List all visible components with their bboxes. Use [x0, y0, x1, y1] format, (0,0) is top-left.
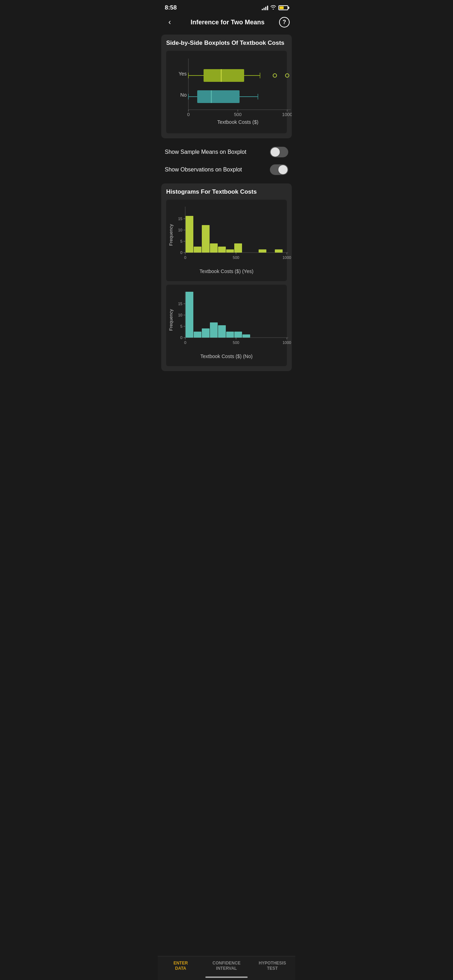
svg-rect-65: [186, 292, 193, 337]
svg-rect-36: [186, 216, 193, 253]
histogram-no-svg: 0 5 10 15 Frequency: [168, 288, 292, 350]
svg-text:Frequency: Frequency: [168, 224, 173, 246]
wifi-icon: [270, 5, 276, 11]
toggle-row-observations: Show Observations on Boxplot: [163, 161, 290, 178]
histogram-yes: 0 5 10 15 Frequency: [166, 200, 287, 281]
svg-text:0: 0: [184, 255, 186, 259]
svg-rect-21: [197, 90, 240, 103]
svg-point-17: [273, 74, 277, 77]
svg-rect-41: [226, 250, 234, 253]
boxplot-svg: 0 500 1000 Textbook Costs ($) Yes No: [169, 55, 292, 129]
svg-rect-72: [242, 334, 250, 337]
svg-rect-68: [210, 323, 218, 337]
svg-text:Yes: Yes: [178, 71, 187, 76]
status-time: 8:58: [165, 4, 177, 11]
svg-text:500: 500: [234, 112, 242, 117]
svg-rect-42: [234, 243, 242, 253]
svg-text:1000: 1000: [283, 255, 291, 259]
page-title: Inference for Two Means: [176, 19, 279, 26]
svg-text:5: 5: [180, 239, 183, 243]
toggle-means-switch[interactable]: [270, 147, 288, 158]
svg-text:0: 0: [184, 340, 186, 345]
svg-text:15: 15: [178, 302, 183, 306]
svg-text:Frequency: Frequency: [168, 309, 173, 331]
toggle-means-label: Show Sample Means on Boxplot: [165, 149, 246, 155]
svg-text:0: 0: [187, 112, 189, 117]
svg-rect-71: [234, 332, 242, 337]
boxplot-title: Side-by-Side Boxplots Of Textbook Costs: [166, 40, 287, 46]
svg-rect-47: [275, 250, 283, 253]
boxplot-section: Side-by-Side Boxplots Of Textbook Costs …: [161, 35, 292, 138]
svg-text:1000: 1000: [283, 340, 291, 345]
histogram-yes-label: Textbook Costs ($) (Yes): [168, 269, 285, 274]
svg-text:500: 500: [233, 340, 239, 345]
svg-text:0: 0: [180, 250, 183, 255]
svg-rect-13: [203, 69, 244, 82]
svg-rect-45: [259, 250, 266, 253]
toggle-row-means: Show Sample Means on Boxplot: [163, 143, 290, 161]
svg-text:10: 10: [178, 313, 183, 317]
svg-rect-69: [218, 325, 226, 337]
svg-text:5: 5: [180, 324, 183, 328]
svg-text:15: 15: [178, 216, 183, 221]
svg-text:No: No: [180, 92, 187, 98]
histogram-title: Histograms For Textbook Costs: [166, 188, 287, 196]
svg-rect-38: [202, 225, 210, 253]
toggle-means-knob: [270, 148, 280, 157]
svg-text:10: 10: [178, 228, 183, 232]
histogram-section: Histograms For Textbook Costs 0 5 10 15 …: [161, 183, 292, 371]
toggle-observations-switch[interactable]: [270, 164, 288, 175]
status-bar: 8:58: [158, 0, 295, 14]
toggle-observations-knob: [278, 165, 288, 174]
toggle-observations-label: Show Observations on Boxplot: [165, 167, 242, 173]
svg-text:Textbook Costs ($): Textbook Costs ($): [217, 119, 259, 125]
toggle-section: Show Sample Means on Boxplot Show Observ…: [158, 141, 295, 181]
battery-icon: [278, 5, 288, 10]
svg-rect-37: [194, 247, 202, 253]
svg-rect-67: [202, 328, 210, 337]
histogram-yes-svg: 0 5 10 15 Frequency: [168, 203, 292, 265]
help-button[interactable]: ?: [279, 17, 290, 27]
svg-text:0: 0: [180, 336, 183, 340]
histogram-no: 0 5 10 15 Frequency: [166, 285, 287, 366]
nav-header: ‹ Inference for Two Means ?: [158, 14, 295, 32]
svg-rect-39: [210, 243, 218, 253]
svg-text:500: 500: [233, 255, 239, 259]
histogram-no-label: Textbook Costs ($) (No): [168, 353, 285, 359]
svg-rect-70: [226, 332, 234, 337]
svg-point-18: [285, 74, 289, 77]
svg-rect-66: [194, 332, 202, 337]
back-button[interactable]: ‹: [163, 18, 176, 27]
svg-text:1000: 1000: [282, 112, 292, 117]
svg-rect-40: [218, 247, 226, 253]
boxplot-chart: 0 500 1000 Textbook Costs ($) Yes No: [166, 51, 287, 134]
signal-icon: [262, 5, 268, 10]
status-icons: [262, 5, 288, 11]
